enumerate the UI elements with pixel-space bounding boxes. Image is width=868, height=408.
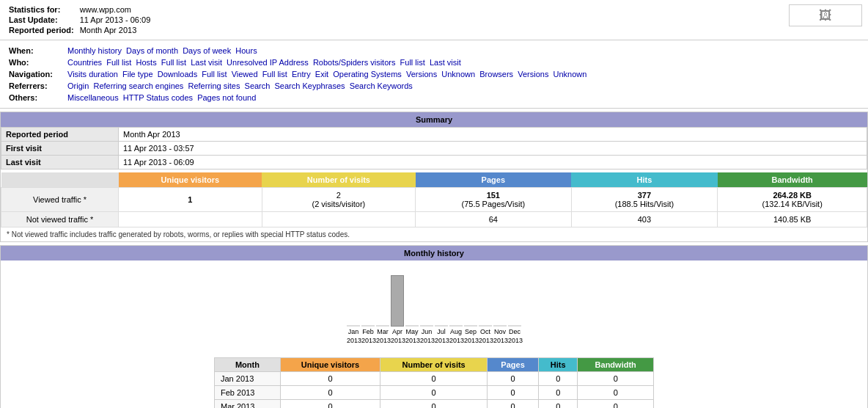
last-update-label: Last Update:	[6, 15, 77, 25]
downloads-link[interactable]: Downloads	[158, 70, 197, 79]
viewed-label: Viewed traffic *	[1, 188, 119, 212]
others-links: Miscellaneous HTTP Status codes Pages no…	[65, 92, 862, 103]
chart-year-jan: 2013	[347, 337, 360, 344]
monthly-table: Month Unique visitors Number of visits P…	[214, 357, 654, 408]
last-visit-link1[interactable]: Last visit	[191, 58, 222, 67]
notviewed-visits	[262, 212, 415, 227]
versions-link1[interactable]: Versions	[406, 70, 437, 79]
bar-mar	[376, 325, 389, 327]
referrers-label: Referrers:	[6, 80, 65, 92]
reported-period-value: Month Apr 2013	[119, 128, 867, 142]
hours-link[interactable]: Hours	[235, 46, 257, 55]
unresolved-ip-link[interactable]: Unresolved IP Address	[227, 58, 309, 67]
viewed-bandwidth: 264.28 KB (132.14 KB/Visit)	[718, 188, 867, 212]
chart-labels: JanFebMarAprMayJunJulAugSepOctNovDec	[347, 328, 521, 337]
last-visit-link2[interactable]: Last visit	[430, 58, 461, 67]
unique-col-header: Unique visitors	[280, 357, 380, 371]
reported-value: Month Apr 2013	[77, 25, 154, 35]
table-row: Mar 201300000	[215, 399, 654, 408]
full-list-link3[interactable]: Full list	[400, 58, 425, 67]
hosts-link[interactable]: Hosts	[136, 58, 157, 67]
bandwidth-col-header: Bandwidth	[578, 357, 654, 371]
bandwidth-cell: 0	[578, 371, 654, 385]
search-link[interactable]: Search	[245, 81, 271, 90]
unique-cell: 0	[280, 399, 380, 408]
referring-sites-link[interactable]: Referring sites	[188, 81, 240, 90]
days-of-month-link[interactable]: Days of month	[126, 46, 178, 55]
miscellaneous-link[interactable]: Miscellaneous	[67, 93, 119, 102]
logo-icon: 🖼	[819, 8, 832, 23]
viewed-visits-sub: (2 visits/visitor)	[312, 200, 366, 208]
os-link[interactable]: Operating Systems	[333, 70, 402, 79]
monthly-history-link[interactable]: Monthly history	[67, 46, 122, 55]
file-type-link[interactable]: File type	[122, 70, 153, 79]
notviewed-pages: 64	[416, 212, 571, 227]
chart-label-apr: Apr	[391, 328, 404, 337]
when-label: When:	[6, 45, 65, 57]
browsers-link[interactable]: Browsers	[479, 70, 513, 79]
notviewed-unique	[119, 212, 262, 227]
col-unique-header: Unique visitors	[119, 172, 262, 188]
visits-cell: 0	[380, 385, 488, 399]
when-links: Monthly history Days of month Days of we…	[65, 45, 862, 57]
referrers-links: Origin Referring search engines Referrin…	[65, 80, 862, 92]
pages-not-found-link[interactable]: Pages not found	[197, 93, 256, 102]
month-cell: Mar 2013	[215, 399, 281, 408]
viewed-link[interactable]: Viewed	[232, 70, 258, 79]
countries-link[interactable]: Countries	[67, 58, 102, 67]
search-keywords-link[interactable]: Search Keywords	[350, 81, 413, 90]
bar-jan	[347, 325, 360, 327]
bandwidth-cell: 0	[578, 385, 654, 399]
robots-link[interactable]: Robots/Spiders visitors	[313, 58, 396, 67]
unknown-link2[interactable]: Unknown	[553, 70, 587, 79]
notviewed-bandwidth: 140.85 KB	[718, 212, 867, 227]
month-cell: Feb 2013	[215, 385, 281, 399]
visits-col-header: Number of visits	[380, 357, 488, 371]
exit-link[interactable]: Exit	[315, 70, 328, 79]
bandwidth-cell: 0	[578, 399, 654, 408]
visits-cell: 0	[380, 399, 488, 408]
http-status-link[interactable]: HTTP Status codes	[123, 93, 193, 102]
origin-link[interactable]: Origin	[67, 81, 89, 90]
chart-label-aug: Aug	[449, 328, 463, 337]
versions-link2[interactable]: Versions	[518, 70, 548, 79]
month-cell: Jan 2013	[215, 371, 281, 385]
bar-jun	[420, 325, 433, 327]
chart-label-jun: Jun	[420, 328, 433, 337]
chart-year-feb: 2013	[361, 337, 375, 344]
chart-label-feb: Feb	[361, 328, 375, 337]
stats-label: Statistics for:	[6, 4, 77, 15]
monthly-header: Monthly history	[1, 246, 867, 261]
full-list-link4[interactable]: Full list	[202, 70, 227, 79]
navigation-label: Navigation:	[6, 68, 65, 80]
pages-col-header: Pages	[488, 357, 539, 371]
viewed-pages: 151 (75.5 Pages/Visit)	[416, 188, 571, 212]
bar-dec	[508, 325, 521, 327]
full-list-link1[interactable]: Full list	[106, 58, 131, 67]
visits-duration-link[interactable]: Visits duration	[67, 70, 118, 79]
viewed-visits: 2 (2 visits/visitor)	[262, 188, 415, 212]
chart-year-nov: 2013	[493, 337, 507, 344]
chart-year-may: 2013	[405, 337, 419, 344]
stats-info: Statistics for: www.wpp.com Last Update:…	[6, 4, 153, 35]
full-list-link2[interactable]: Full list	[161, 58, 186, 67]
month-col-header: Month	[215, 357, 281, 371]
bar-nov	[493, 325, 507, 327]
chart-year-dec: 2013	[508, 337, 521, 344]
notviewed-hits: 403	[571, 212, 718, 227]
viewed-pages-sub: (75.5 Pages/Visit)	[461, 200, 525, 208]
chart-year-jun: 2013	[420, 337, 433, 344]
chart-area: JanFebMarAprMayJunJulAugSepOctNovDec 201…	[1, 261, 867, 351]
viewed-hits: 377 (188.5 Hits/Visit)	[571, 188, 718, 212]
unknown-link1[interactable]: Unknown	[441, 70, 475, 79]
full-list-link5[interactable]: Full list	[262, 70, 287, 79]
hits-cell: 0	[539, 399, 578, 408]
search-keyphrases-link[interactable]: Search Keyphrases	[275, 81, 345, 90]
days-of-week-link[interactable]: Days of week	[183, 46, 231, 55]
referring-search-link[interactable]: Referring search engines	[93, 81, 183, 90]
stats-value: www.wpp.com	[77, 4, 154, 15]
notviewed-label: Not viewed traffic *	[1, 212, 119, 227]
entry-link[interactable]: Entry	[292, 70, 311, 79]
chart-year-sep: 2013	[464, 337, 477, 344]
summary-header: Summary	[1, 112, 867, 127]
